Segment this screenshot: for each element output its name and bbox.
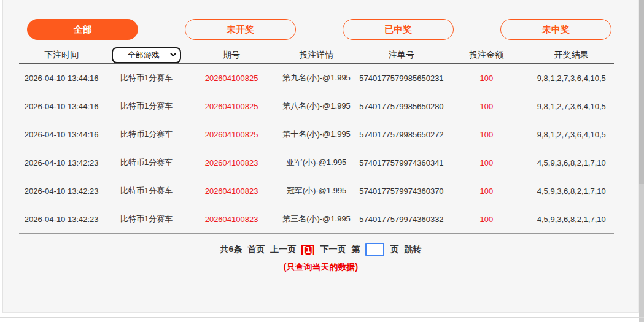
scrollbar[interactable] xyxy=(639,0,644,322)
cell-game-name: 比特币1分赛车 xyxy=(104,157,188,168)
column-header-result: 开奖结果 xyxy=(529,50,614,61)
cell-game-name: 比特币1分赛车 xyxy=(104,101,188,112)
cell-bet-detail: 第十名(小)-@1.995 xyxy=(274,129,359,140)
column-header-detail: 投注详情 xyxy=(274,50,359,61)
game-select[interactable]: 全部游戏 xyxy=(112,47,181,63)
table-row: 2026-04-10 13:44:16 比特币1分赛车 202604100825… xyxy=(19,64,614,92)
first-page-link[interactable]: 首页 xyxy=(247,244,265,255)
cell-issue-number: 202604100823 xyxy=(189,158,274,167)
cell-order-number: 5740177579974360341 xyxy=(359,158,444,167)
cell-bet-detail: 第九名(小)-@1.995 xyxy=(274,72,359,83)
cell-bet-amount: 100 xyxy=(444,102,529,111)
column-header-order: 注单号 xyxy=(359,50,444,61)
current-page-badge: [1] xyxy=(301,245,314,255)
cell-order-number: 5740177579985650280 xyxy=(359,102,444,111)
cell-issue-number: 202604100825 xyxy=(189,102,274,111)
cell-draw-result: 4,5,9,3,6,8,2,1,7,10 xyxy=(529,186,614,196)
goto-page-prefix: 第 xyxy=(351,244,360,255)
cell-issue-number: 202604100825 xyxy=(189,74,274,83)
column-header-amount: 投注金额 xyxy=(444,50,529,61)
game-select-wrap: 全部游戏 xyxy=(112,47,181,63)
cell-bet-amount: 100 xyxy=(444,74,529,83)
table-row: 2026-04-10 13:42:23 比特币1分赛车 202604100823… xyxy=(19,205,614,233)
cell-order-number: 5740177579974360370 xyxy=(359,186,444,196)
scrollbar-thumb[interactable] xyxy=(639,0,644,184)
betting-records-page: 全部 未开奖 已中奖 未中奖 下注时间 全部游戏 期号 xyxy=(0,0,644,322)
cell-bet-amount: 100 xyxy=(444,186,529,196)
column-header-bet-time: 下注时间 xyxy=(19,50,104,61)
note-text: (只查询当天的数据) xyxy=(3,262,638,273)
cell-bet-amount: 100 xyxy=(444,215,529,224)
cell-draw-result: 4,5,9,3,6,8,2,1,7,10 xyxy=(529,215,614,224)
table-body: 2026-04-10 13:44:16 比特币1分赛车 202604100825… xyxy=(19,64,614,234)
cell-bet-time: 2026-04-10 13:42:23 xyxy=(19,186,104,196)
total-count: 共6条 xyxy=(220,244,242,255)
tab-all[interactable]: 全部 xyxy=(27,19,138,40)
cell-game-name: 比特币1分赛车 xyxy=(104,72,188,83)
jump-button[interactable]: 跳转 xyxy=(404,244,421,255)
cell-game-name: 比特币1分赛车 xyxy=(104,129,188,140)
cell-draw-result: 9,8,1,2,7,3,6,4,10,5 xyxy=(529,74,614,83)
cell-bet-time: 2026-04-10 13:44:16 xyxy=(19,102,104,111)
cell-order-number: 5740177579974360332 xyxy=(359,215,444,224)
cell-bet-time: 2026-04-10 13:44:16 xyxy=(19,130,104,139)
table-row: 2026-04-10 13:42:23 比特币1分赛车 202604100823… xyxy=(19,177,614,205)
table-row: 2026-04-10 13:44:16 比特币1分赛车 202604100825… xyxy=(19,120,614,148)
cell-bet-time: 2026-04-10 13:42:23 xyxy=(19,215,104,224)
tab-won[interactable]: 已中奖 xyxy=(343,19,454,40)
content-panel: 全部 未开奖 已中奖 未中奖 下注时间 全部游戏 期号 xyxy=(2,0,639,313)
cell-bet-amount: 100 xyxy=(444,130,529,139)
filter-tabs: 全部 未开奖 已中奖 未中奖 xyxy=(27,19,611,40)
table-row: 2026-04-10 13:42:23 比特币1分赛车 202604100823… xyxy=(19,148,614,177)
table-header-row: 下注时间 全部游戏 期号 投注详情 注单号 投注金额 开奖结果 xyxy=(19,47,614,64)
cell-issue-number: 202604100823 xyxy=(189,186,274,196)
cell-bet-detail: 第八名(小)-@1.995 xyxy=(274,101,359,112)
cell-draw-result: 9,8,1,2,7,3,6,4,10,5 xyxy=(529,130,614,139)
cell-bet-time: 2026-04-10 13:42:23 xyxy=(19,158,104,167)
next-page-link[interactable]: 下一页 xyxy=(320,244,346,255)
tab-not-drawn[interactable]: 未开奖 xyxy=(185,19,296,40)
cell-game-name: 比特币1分赛车 xyxy=(104,213,188,224)
bottom-divider xyxy=(0,317,644,318)
goto-page-suffix: 页 xyxy=(390,244,398,255)
cell-game-name: 比特币1分赛车 xyxy=(104,185,188,196)
table-row: 2026-04-10 13:44:16 比特币1分赛车 202604100825… xyxy=(19,92,614,120)
column-header-game: 全部游戏 xyxy=(104,47,188,63)
cell-order-number: 5740177579985650231 xyxy=(359,74,444,83)
cell-draw-result: 9,8,1,2,7,3,6,4,10,5 xyxy=(529,102,614,111)
column-header-issue: 期号 xyxy=(189,50,274,61)
page-number-input[interactable] xyxy=(365,243,384,256)
cell-bet-detail: 亚军(小)-@1.995 xyxy=(274,157,359,168)
prev-page-link[interactable]: 上一页 xyxy=(270,244,296,255)
pagination: 共6条 首页 上一页 [1] 下一页 第 页 跳转 xyxy=(3,243,638,256)
records-table: 下注时间 全部游戏 期号 投注详情 注单号 投注金额 开奖结果 xyxy=(19,47,614,234)
cell-bet-amount: 100 xyxy=(444,158,529,167)
cell-bet-detail: 冠军(小)-@1.995 xyxy=(274,185,359,196)
cell-bet-detail: 第三名(小)-@1.995 xyxy=(274,213,359,224)
cell-issue-number: 202604100825 xyxy=(189,130,274,139)
cell-order-number: 5740177579985650272 xyxy=(359,130,444,139)
cell-issue-number: 202604100823 xyxy=(189,215,274,224)
tab-not-won[interactable]: 未中奖 xyxy=(500,19,611,40)
cell-draw-result: 4,5,9,3,6,8,2,1,7,10 xyxy=(529,158,614,167)
cell-bet-time: 2026-04-10 13:44:16 xyxy=(19,74,104,83)
